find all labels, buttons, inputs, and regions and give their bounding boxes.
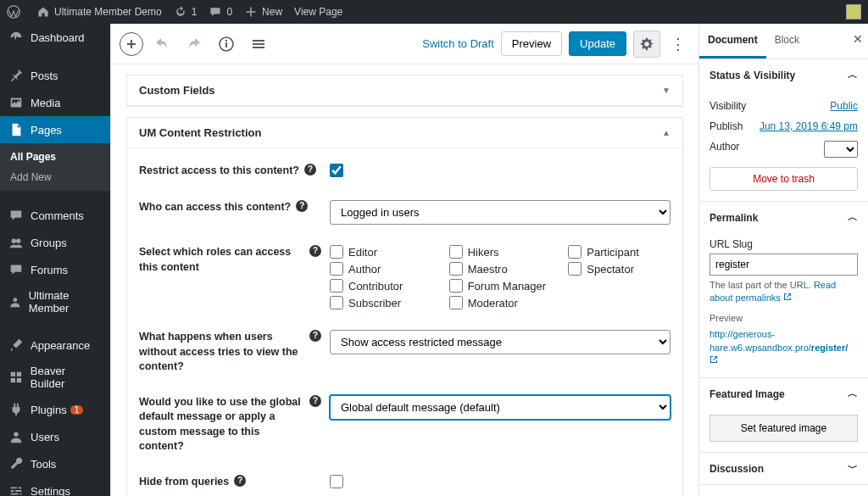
tab-block[interactable]: Block (766, 24, 808, 59)
sidebar-item-forums[interactable]: Forums (0, 256, 110, 283)
user-icon (8, 294, 22, 309)
slug-label: URL Slug (709, 238, 858, 250)
hide-checkbox[interactable] (330, 475, 343, 488)
redo-icon (186, 36, 203, 53)
page-attributes-toggle[interactable]: Page Attributes︿ (699, 485, 868, 496)
um-restriction-metabox: UM Content Restriction▲ Restrict access … (126, 117, 683, 496)
undo-button[interactable] (148, 31, 175, 58)
move-to-trash[interactable]: Move to trash (709, 167, 858, 191)
role-option[interactable]: Contributor (330, 279, 432, 293)
role-option[interactable]: Participant (568, 245, 670, 259)
role-checkbox[interactable] (568, 245, 581, 259)
role-checkbox[interactable] (449, 245, 463, 259)
role-option[interactable]: Subscriber (330, 296, 432, 309)
who-select[interactable]: Logged in users (330, 200, 670, 225)
role-checkbox[interactable] (330, 296, 343, 309)
view-page-link[interactable]: View Page (294, 6, 342, 18)
updates-link[interactable]: 1 (174, 5, 198, 19)
help-icon[interactable]: ? (304, 164, 316, 176)
author-select[interactable] (824, 141, 858, 158)
close-sidebar[interactable]: ✕ (853, 32, 863, 46)
help-icon[interactable]: ? (309, 245, 321, 257)
permalink-toggle[interactable]: Permalink︿ (699, 202, 868, 233)
help-icon[interactable]: ? (309, 330, 321, 342)
help-icon[interactable]: ? (296, 200, 308, 212)
sidebar-item-plugins[interactable]: Plugins1 (0, 396, 110, 423)
site-link[interactable]: Ultimate Member Demo (36, 5, 162, 19)
comments-link[interactable]: 0 (209, 5, 232, 19)
role-option[interactable]: Maestro (449, 262, 552, 276)
custom-fields-toggle[interactable]: Custom Fields▼ (127, 75, 682, 106)
sidebar-item-comments[interactable]: Comments (0, 202, 110, 229)
role-option[interactable]: Editor (330, 245, 432, 259)
media-icon (8, 95, 24, 110)
sidebar-item-ultimate-member[interactable]: Ultimate Member (0, 283, 110, 320)
chevron-up-icon: ︿ (848, 68, 858, 82)
visibility-label: Visibility (709, 100, 746, 112)
switch-to-draft[interactable]: Switch to Draft (422, 37, 494, 50)
sidebar-item-media[interactable]: Media (0, 89, 110, 116)
wrench-icon (8, 456, 24, 471)
sidebar-item-dashboard[interactable]: Dashboard (0, 24, 110, 51)
role-checkbox[interactable] (330, 279, 343, 293)
comment-icon (8, 208, 24, 223)
role-checkbox[interactable] (330, 245, 343, 259)
update-button[interactable]: Update (569, 31, 626, 56)
permalink-preview-link[interactable]: http://generous-hare.w6.wpsandbox.pro/re… (709, 329, 848, 352)
submenu-add-new[interactable]: Add New (0, 167, 110, 187)
discussion-toggle[interactable]: Discussion﹀ (699, 453, 868, 484)
role-checkbox[interactable] (449, 296, 463, 309)
role-option[interactable]: Spectator (568, 262, 670, 276)
info-icon (218, 36, 235, 53)
status-toggle[interactable]: Status & Visibility︿ (699, 59, 868, 91)
sidebar-item-groups[interactable]: Groups (0, 229, 110, 256)
gear-icon (639, 36, 654, 52)
role-option[interactable]: Moderator (449, 296, 552, 309)
slug-input[interactable] (709, 254, 858, 276)
message-select[interactable]: Global default message (default) (330, 395, 670, 420)
noaccess-select[interactable]: Show access restricted message (330, 330, 670, 354)
um-restriction-toggle[interactable]: UM Content Restriction▲ (127, 118, 682, 148)
sidebar-item-users[interactable]: Users (0, 423, 110, 450)
grid-icon (8, 370, 24, 385)
role-checkbox[interactable] (449, 262, 463, 276)
undo-icon (153, 36, 170, 53)
tab-document[interactable]: Document (699, 24, 766, 59)
role-option[interactable]: Hikers (449, 245, 552, 259)
chevron-down-icon: ﹀ (848, 461, 858, 476)
sidebar-item-posts[interactable]: Posts (0, 62, 110, 89)
role-checkbox[interactable] (568, 262, 581, 276)
help-icon[interactable]: ? (234, 475, 246, 487)
more-menu[interactable]: ⋮ (667, 35, 690, 53)
sidebar-item-beaver-builder[interactable]: Beaver Builder (0, 359, 110, 396)
wordpress-icon (7, 5, 20, 19)
refresh-icon (174, 5, 187, 19)
svg-point-1 (12, 239, 16, 243)
help-icon[interactable]: ? (309, 395, 321, 407)
block-inserter[interactable] (120, 32, 143, 56)
sidebar-item-appearance[interactable]: Appearance (0, 332, 110, 359)
set-featured-image[interactable]: Set featured image (709, 415, 858, 442)
restrict-checkbox[interactable] (330, 164, 343, 177)
sidebar-item-pages[interactable]: Pages (0, 116, 110, 143)
new-link[interactable]: New (244, 5, 282, 19)
role-checkbox[interactable] (449, 279, 463, 293)
role-checkbox[interactable] (330, 262, 343, 276)
submenu-all-pages[interactable]: All Pages (0, 147, 110, 167)
preview-button[interactable]: Preview (501, 31, 562, 56)
comment-icon (209, 5, 222, 19)
featured-image-toggle[interactable]: Featured Image︿ (699, 378, 868, 410)
settings-toggle[interactable] (633, 31, 660, 58)
wp-logo[interactable] (7, 5, 25, 19)
visibility-value[interactable]: Public (830, 100, 858, 112)
info-button[interactable] (213, 31, 240, 58)
sidebar-item-tools[interactable]: Tools (0, 450, 110, 477)
role-option[interactable]: Forum Manager (449, 279, 552, 293)
sidebar-item-settings[interactable]: Settings (0, 477, 110, 496)
svg-point-4 (14, 432, 18, 437)
user-avatar[interactable] (846, 4, 861, 20)
publish-value[interactable]: Jun 13, 2019 6:49 pm (760, 120, 858, 132)
redo-button[interactable] (181, 31, 208, 58)
outline-button[interactable] (245, 31, 272, 58)
role-option[interactable]: Author (330, 262, 432, 276)
